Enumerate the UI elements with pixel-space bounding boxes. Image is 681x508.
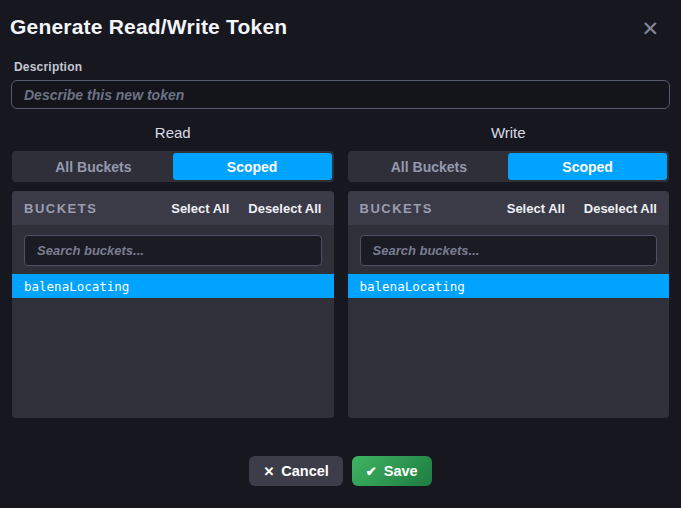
description-label: Description [14, 60, 670, 74]
write-scoped-option[interactable]: Scoped [508, 153, 667, 180]
dialog-footer: ✕ Cancel ✔ Save [0, 456, 681, 486]
page-title: Generate Read/Write Token [10, 15, 287, 39]
write-column: Write All Buckets Scoped BUCKETS Select … [348, 124, 670, 418]
description-section: Description [11, 60, 670, 109]
read-all-buckets-option[interactable]: All Buckets [14, 153, 173, 180]
read-bucket-list: balenaLocating [12, 274, 334, 418]
save-check-icon: ✔ [366, 464, 377, 479]
write-buckets-panel-header: BUCKETS Select All Deselect All [348, 191, 670, 225]
write-deselect-all-button[interactable]: Deselect All [584, 201, 657, 216]
write-buckets-panel: BUCKETS Select All Deselect All balenaLo… [348, 191, 670, 418]
read-deselect-all-button[interactable]: Deselect All [248, 201, 321, 216]
buckets-panel-title: BUCKETS [360, 201, 488, 216]
permission-columns: Read All Buckets Scoped BUCKETS Select A… [12, 124, 669, 418]
save-button-label: Save [384, 463, 418, 479]
dialog-header: Generate Read/Write Token ✕ [0, 0, 681, 39]
read-heading: Read [12, 124, 334, 141]
read-select-all-button[interactable]: Select All [171, 201, 229, 216]
read-column: Read All Buckets Scoped BUCKETS Select A… [12, 124, 334, 418]
buckets-panel-title: BUCKETS [24, 201, 152, 216]
write-bucket-list: balenaLocating [348, 274, 670, 418]
read-scoped-option[interactable]: Scoped [173, 153, 332, 180]
read-bucket-search-input[interactable] [24, 235, 322, 266]
write-heading: Write [348, 124, 670, 141]
write-all-buckets-option[interactable]: All Buckets [350, 153, 509, 180]
bucket-list-item[interactable]: balenaLocating [12, 274, 334, 298]
read-buckets-panel: BUCKETS Select All Deselect All balenaLo… [12, 191, 334, 418]
bucket-list-item[interactable]: balenaLocating [348, 274, 670, 298]
write-select-all-button[interactable]: Select All [507, 201, 565, 216]
close-icon[interactable]: ✕ [641, 18, 659, 39]
cancel-button[interactable]: ✕ Cancel [249, 456, 342, 486]
write-scope-toggle: All Buckets Scoped [348, 151, 670, 182]
description-input[interactable] [11, 80, 670, 109]
cancel-x-icon: ✕ [263, 464, 274, 479]
write-bucket-search-input[interactable] [360, 235, 658, 266]
cancel-button-label: Cancel [281, 463, 329, 479]
read-scope-toggle: All Buckets Scoped [12, 151, 334, 182]
read-buckets-panel-header: BUCKETS Select All Deselect All [12, 191, 334, 225]
save-button[interactable]: ✔ Save [352, 456, 432, 486]
